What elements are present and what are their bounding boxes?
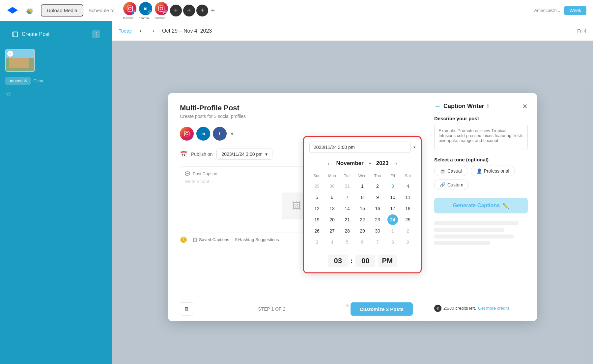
tone-casual[interactable]: ☕ Casual xyxy=(434,165,467,176)
linkedin-profile[interactable]: in in deanna-... xyxy=(138,1,153,20)
upload-media-button[interactable]: Upload Media xyxy=(41,4,83,16)
prev-month-button[interactable]: ‹ xyxy=(326,158,331,168)
minute-input[interactable]: 00 xyxy=(355,254,375,267)
calendar-day-29-w0[interactable]: 29 xyxy=(312,181,322,191)
calendar-day-12-w2[interactable]: 12 xyxy=(312,203,322,213)
linkedin-avatar[interactable]: in in xyxy=(138,1,153,16)
month-dropdown-arrow[interactable]: ▾ xyxy=(369,161,371,166)
calendar-day-4-w5[interactable]: 4 xyxy=(327,237,337,247)
prev-week-button[interactable]: ‹ xyxy=(137,26,144,36)
calendar-weeks: 2930311234567891011121314151617181920212… xyxy=(309,181,415,247)
calendar-day-7-w5[interactable]: 7 xyxy=(372,237,383,247)
calendar-month-name[interactable]: November xyxy=(336,160,364,167)
calendar-day-9-w1[interactable]: 9 xyxy=(372,192,383,202)
professional-icon: 👤 xyxy=(476,168,482,173)
next-month-button[interactable]: › xyxy=(394,158,398,168)
calendar-day-5-w1[interactable]: 5 xyxy=(312,192,322,202)
calendar-day-22-w3[interactable]: 22 xyxy=(357,214,368,225)
modal-instagram-chip[interactable] xyxy=(180,126,194,140)
close-button[interactable]: ✕ xyxy=(522,102,528,110)
calendar-day-30-w0[interactable]: 30 xyxy=(327,181,337,191)
unused-tag[interactable]: unused ✕ xyxy=(5,77,31,85)
calendar-day-17-w2[interactable]: 17 xyxy=(387,203,398,213)
calendar-day-6-w1[interactable]: 6 xyxy=(327,192,337,202)
calendar-day-8-w5[interactable]: 8 xyxy=(387,237,398,247)
calendar-day-13-w2[interactable]: 13 xyxy=(327,203,337,213)
calendar-day-25-w3[interactable]: 25 xyxy=(403,214,413,225)
dropbox-icon[interactable] xyxy=(7,5,18,16)
dow-fri: Fri xyxy=(385,172,400,179)
content-line-1 xyxy=(434,221,519,225)
calendar-day-26-w4[interactable]: 26 xyxy=(312,225,322,236)
calendar-day-30-w4[interactable]: 30 xyxy=(372,225,383,236)
delete-button[interactable]: 🗑 xyxy=(180,302,193,316)
favorites-icon[interactable]: ☆ xyxy=(5,90,107,98)
calendar-day-14-w2[interactable]: 14 xyxy=(342,203,353,213)
instagram-avatar-1[interactable]: f xyxy=(123,1,137,16)
calendar-day-29-w4[interactable]: 29 xyxy=(357,225,368,236)
profile-dropdown-arrow[interactable]: ▾ xyxy=(231,130,234,137)
info-icon[interactable]: ℹ xyxy=(487,103,489,109)
saved-captions-button[interactable]: 📋 Saved Captions xyxy=(192,237,229,242)
menu-dots-icon[interactable]: ⋮ xyxy=(92,30,100,38)
instagram-profile-2[interactable]: 📷 purrfect-... xyxy=(154,1,169,20)
add-profile-button-3[interactable]: + xyxy=(196,5,208,16)
calendar-day-2-w4[interactable]: 2 xyxy=(403,225,413,236)
calendar-day-4-w0[interactable]: 4 xyxy=(403,181,413,191)
more-profiles-button[interactable]: + xyxy=(211,6,215,15)
get-more-credits-link[interactable]: Get more credits xyxy=(478,306,510,311)
calendar-day-6-w5[interactable]: 6 xyxy=(357,237,368,247)
calendar-day-23-w3[interactable]: 23 xyxy=(372,214,383,225)
emoji-button[interactable]: 😊 xyxy=(180,236,187,243)
calendar-day-1-w0[interactable]: 1 xyxy=(357,181,368,191)
calendar-day-16-w2[interactable]: 16 xyxy=(372,203,383,213)
publish-datetime-selector[interactable]: 2023/11/24 3:00 pm ▾ xyxy=(216,148,272,159)
calendar-day-9-w5[interactable]: 9 xyxy=(403,237,413,247)
calendar-day-18-w2[interactable]: 18 xyxy=(403,203,413,213)
tone-custom[interactable]: 🔗 Custom xyxy=(434,179,469,190)
google-drive-icon[interactable] xyxy=(24,5,36,16)
describe-textarea[interactable] xyxy=(434,124,528,150)
hashtag-suggestions-button[interactable]: # Hashtag Suggestions xyxy=(235,237,279,242)
calendar-day-3-w0[interactable]: 3 xyxy=(387,181,398,191)
calendar-day-19-w3[interactable]: 19 xyxy=(312,214,322,225)
caption-icon: 💬 xyxy=(185,171,190,176)
add-profile-button-1[interactable]: + xyxy=(170,5,182,16)
calendar-day-8-w1[interactable]: 8 xyxy=(357,192,368,202)
calendar-day-20-w3[interactable]: 20 xyxy=(327,214,337,225)
calendar-day-31-w0[interactable]: 31 xyxy=(342,181,353,191)
customize-posts-button[interactable]: Customize 3 Posts xyxy=(351,302,413,316)
calendar-day-10-w1[interactable]: 10 xyxy=(387,192,398,202)
calendar-day-5-w5[interactable]: 5 xyxy=(342,237,353,247)
describe-label: Describe your post xyxy=(434,115,528,121)
modal-bottom-bar: 🗑 STEP 1 OF 2 Customize 3 Posts xyxy=(168,296,425,321)
datepicker-dropdown-icon[interactable]: ▾ xyxy=(413,145,415,149)
calendar-day-11-w1[interactable]: 11 xyxy=(403,192,413,202)
generate-captions-button[interactable]: Generate Captions ✏️ xyxy=(434,198,528,213)
instagram-avatar-2[interactable]: 📷 xyxy=(154,1,169,16)
next-week-button[interactable]: › xyxy=(150,26,157,36)
back-arrow-button[interactable]: ← xyxy=(434,102,441,110)
calendar-day-27-w4[interactable]: 27 xyxy=(327,225,337,236)
today-button[interactable]: Today xyxy=(119,28,132,34)
hashtag-icon: # xyxy=(235,237,237,242)
calendar-day-28-w4[interactable]: 28 xyxy=(342,225,353,236)
calendar-day-24-w3[interactable]: 24 xyxy=(387,214,398,225)
week-view-button[interactable]: Week xyxy=(564,6,586,15)
calendar-day-7-w1[interactable]: 7 xyxy=(342,192,353,202)
create-post-button[interactable]: Create Post ⋮ xyxy=(5,26,107,42)
calendar-day-3-w5[interactable]: 3 xyxy=(312,237,322,247)
add-profile-button-2[interactable]: + xyxy=(183,5,195,16)
calendar-day-21-w3[interactable]: 21 xyxy=(342,214,353,225)
ampm-selector[interactable]: PM xyxy=(378,254,397,267)
modal-facebook-chip[interactable]: f xyxy=(213,126,227,140)
instagram-profile-1[interactable]: f Purrfect ... xyxy=(123,1,137,20)
clear-label[interactable]: Clear . xyxy=(33,78,46,83)
datepicker-input[interactable] xyxy=(309,141,411,153)
calendar-day-15-w2[interactable]: 15 xyxy=(357,203,368,213)
tone-professional[interactable]: 👤 Professional xyxy=(471,165,515,176)
calendar-day-1-w4[interactable]: 1 xyxy=(387,225,398,236)
calendar-day-2-w0[interactable]: 2 xyxy=(372,181,383,191)
modal-linkedin-chip[interactable]: in xyxy=(196,126,210,140)
hour-input[interactable]: 03 xyxy=(328,254,348,267)
